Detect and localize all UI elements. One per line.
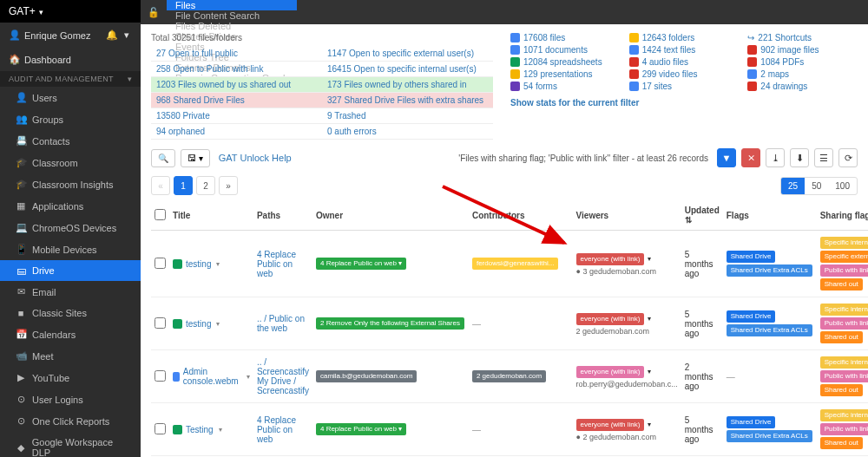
sidebar-item-chromeos-devices[interactable]: 💻ChromeOS Devices: [0, 217, 141, 238]
page-size-option[interactable]: 100: [828, 178, 857, 194]
sidebar-item-meet[interactable]: 📹Meet: [0, 345, 141, 367]
stat-link[interactable]: 968 Shared Drive Files: [151, 93, 322, 108]
sidebar-item-mobile-devices[interactable]: 📱Mobile Devices: [0, 238, 141, 260]
column-header[interactable]: Title: [169, 200, 253, 231]
tab-files[interactable]: Files: [167, 0, 297, 10]
file-owner[interactable]: 4 Replace Public on web ▾: [312, 231, 469, 297]
type-link[interactable]: 1084 PDFs: [747, 57, 858, 67]
user-row[interactable]: 👤 Enrique Gomez 🔔 ▾: [0, 23, 141, 48]
nav-dashboard[interactable]: 🏠 Dashboard: [0, 48, 141, 71]
file-title[interactable]: Testing: [173, 425, 250, 434]
file-title[interactable]: testing: [173, 259, 250, 269]
stat-link[interactable]: 0 auth errors: [322, 124, 493, 140]
stat-link[interactable]: 173 Files owned by others shared in: [322, 77, 493, 93]
stat-link[interactable]: 1203 Files owned by us shared out: [151, 77, 322, 93]
chevron-down-icon[interactable]: ▾: [648, 421, 651, 428]
chevron-down-icon[interactable]: ▾: [648, 255, 651, 263]
page-next[interactable]: »: [219, 176, 238, 195]
stat-link[interactable]: 27 Open to full public: [151, 46, 322, 62]
file-title[interactable]: testing: [173, 319, 250, 329]
tab-file-content-search[interactable]: File Content Search: [167, 10, 297, 21]
sidebar-item-user-logins[interactable]: ⊙User Logins: [0, 388, 141, 410]
stat-link[interactable]: 258 Open to Public with link: [151, 62, 322, 77]
select-all-checkbox[interactable]: [155, 209, 166, 220]
file-owner[interactable]: 4 Replace Public on web ▾: [312, 403, 469, 456]
save-button[interactable]: 🖫 ▾: [181, 149, 210, 167]
clear-filter-icon[interactable]: ⨯: [741, 148, 760, 167]
file-viewers[interactable]: everyone (with link) ▾2 gedudemoban.com: [573, 297, 681, 350]
sidebar-item-email[interactable]: ✉Email: [0, 281, 141, 303]
page-prev[interactable]: «: [151, 176, 170, 195]
type-link[interactable]: 2 maps: [747, 69, 858, 79]
chevron-down-icon[interactable]: ▾: [648, 315, 651, 323]
column-header[interactable]: Updated ⇅: [681, 200, 723, 231]
chevron-down-icon[interactable]: ▾: [122, 29, 132, 41]
sidebar-item-google-workspace-dlp[interactable]: ◆Google Workspace DLP: [0, 432, 141, 457]
column-header[interactable]: Owner: [312, 200, 469, 231]
type-link[interactable]: 12643 folders: [629, 33, 740, 42]
file-viewers[interactable]: everyone (with link) ▾● 3 gedudemoban.co…: [573, 231, 681, 297]
show-stats-link[interactable]: Show stats for the current filter: [510, 98, 639, 108]
stat-link[interactable]: 1147 Open to specific external user(s): [322, 46, 493, 62]
search-button[interactable]: 🔍: [151, 149, 175, 167]
stat-link[interactable]: 16415 Open to specific internal user(s): [322, 62, 493, 77]
type-link[interactable]: 17 sites: [629, 82, 740, 91]
sidebar-item-contacts[interactable]: 📇Contacts: [0, 130, 141, 152]
sidebar-item-groups[interactable]: 👥Groups: [0, 108, 141, 130]
tab-files-deleted[interactable]: Files Deleted: [167, 21, 297, 31]
file-path[interactable]: .. / Public on the web: [253, 297, 312, 350]
column-header[interactable]: [151, 200, 169, 231]
refresh-icon[interactable]: ⟳: [838, 148, 858, 167]
sidebar-item-calendars[interactable]: 📅Calendars: [0, 323, 141, 345]
unlock-help-link[interactable]: GAT Unlock Help: [219, 153, 292, 163]
file-owner[interactable]: camila.b@gedudemoban.com: [312, 350, 469, 403]
section-audit-header[interactable]: AUDIT AND MANAGEMENT ▾: [0, 71, 141, 87]
row-checkbox[interactable]: [155, 317, 166, 329]
type-link[interactable]: 902 image files: [747, 45, 858, 55]
file-title[interactable]: Admin console.webm: [173, 367, 250, 386]
column-header[interactable]: Viewers: [573, 200, 681, 231]
type-link[interactable]: ↪ 221 Shortcuts: [747, 33, 858, 42]
row-checkbox[interactable]: [155, 370, 166, 382]
stat-link[interactable]: 9 Trashed: [322, 108, 493, 124]
download-icon[interactable]: ⬇: [790, 148, 809, 167]
type-link[interactable]: 299 video files: [629, 69, 740, 79]
row-checkbox[interactable]: [155, 423, 166, 434]
lock-open-icon[interactable]: 🔓: [141, 0, 167, 24]
type-link[interactable]: 129 presentations: [510, 69, 621, 79]
stat-link[interactable]: 94 orphaned: [151, 124, 322, 140]
type-link[interactable]: 4 audio files: [629, 57, 740, 67]
sidebar-item-drive[interactable]: 🖴Drive: [0, 260, 141, 281]
type-link[interactable]: 1071 documents: [510, 45, 621, 55]
bell-icon[interactable]: 🔔: [106, 29, 116, 41]
type-link[interactable]: 17608 files: [510, 33, 621, 42]
type-link[interactable]: 1424 text files: [629, 45, 740, 55]
file-path[interactable]: 4 Replace Public on web: [253, 403, 312, 456]
page-1[interactable]: 1: [174, 176, 193, 195]
type-link[interactable]: 24 drawings: [747, 82, 858, 91]
page-size[interactable]: 2550100: [780, 177, 858, 195]
columns-icon[interactable]: ☰: [814, 148, 833, 167]
stat-link[interactable]: 13580 Private: [151, 108, 322, 124]
export-icon[interactable]: ⤓: [766, 148, 785, 167]
page-2[interactable]: 2: [196, 176, 215, 195]
filter-icon[interactable]: ▼: [717, 148, 736, 167]
sidebar-item-classroom[interactable]: 🎓Classroom: [0, 152, 141, 173]
page-size-option[interactable]: 50: [805, 178, 828, 194]
sidebar-item-users[interactable]: 👤Users: [0, 87, 141, 108]
file-viewers[interactable]: everyone (with link) ▾rob.perry@gedudemo…: [573, 350, 681, 403]
brand[interactable]: GAT+: [0, 0, 141, 23]
column-header[interactable]: Sharing flags: [817, 200, 868, 231]
file-owner[interactable]: 2 Remove Only the following External Sha…: [312, 297, 469, 350]
sidebar-item-one-click-reports[interactable]: ⊙One Click Reports: [0, 410, 141, 432]
stat-link[interactable]: 327 Shared Drive Files with extra shares: [322, 93, 493, 108]
file-viewers[interactable]: everyone (with link) ▾● 2 gedudemoban.co…: [573, 403, 681, 456]
type-link[interactable]: 12084 spreadsheets: [510, 57, 621, 67]
sidebar-item-classroom-insights[interactable]: 🎓Classroom Insights: [0, 173, 141, 195]
page-size-option[interactable]: 25: [781, 178, 805, 194]
sidebar-item-youtube[interactable]: ▶YouTube: [0, 367, 141, 388]
sidebar-item-classic-sites[interactable]: ■Classic Sites: [0, 303, 141, 323]
chevron-down-icon[interactable]: ▾: [648, 368, 651, 375]
row-checkbox[interactable]: [155, 258, 166, 269]
column-header[interactable]: Flags: [723, 200, 817, 231]
